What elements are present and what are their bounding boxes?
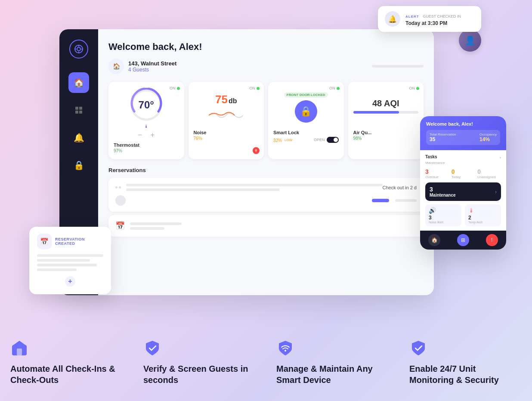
nav-alert[interactable]: ! [486,234,498,246]
tasks-arrow: › [500,156,501,160]
noise-label: Noise [194,130,259,135]
address-info: 143, Walnut Street 4 Guests [128,60,368,73]
reservation-popup-lines [37,254,103,271]
device-controls[interactable]: − + [138,131,155,139]
today-label: Today [452,175,475,179]
noise-percent: 76% [194,136,259,141]
lock-open-label: OPEN [314,138,325,142]
alert-content: ALERT GUEST CHECKED IN Today at 3:30 PM [405,12,461,26]
nav-home[interactable]: 🏠 [428,234,440,246]
res-action-line [395,199,417,202]
smart-lock-card: ON FRONT DOOR LOCKED 🔒 Smart Lock 32% LO… [268,82,344,159]
address-bar: 🏠 143, Walnut Street 4 Guests [108,59,424,74]
shield-check-icon [144,340,161,356]
calendar-icon: 📅 [115,221,125,231]
thermostat-label: Thermostat [114,142,179,148]
sidebar-item-grid[interactable] [68,100,89,120]
popup-line [37,254,103,257]
svg-rect-9 [79,111,82,114]
svg-rect-6 [75,107,78,110]
shield-check2-icon [410,340,427,356]
svg-point-1 [77,47,80,51]
thermostat-status: ON [170,86,180,90]
alert-label: ALERT [405,15,419,19]
air-quality-status: ON [409,86,420,90]
temp-value: 70° [139,99,154,111]
smart-device-icon-wrap [276,339,294,357]
reservation-row: Check out in 2 d [115,184,417,191]
air-quality-main: 48 AQI [353,88,419,126]
smart-lock-status: ON [329,86,340,90]
lock-low-label: LOW [285,138,292,142]
noise-main: 75 db [194,88,259,126]
toggle-knob [334,138,338,142]
sidebar-item-lock[interactable]: 🔒 [68,155,89,176]
main-content: Welcome back, Alex! 🏠 143, Walnut Street… [98,29,434,295]
app-header-title: Welcome back, Alex! [426,121,500,126]
reservation-popup-icon: 📅 [37,234,52,249]
nav-grid[interactable]: ⊞ [457,234,469,246]
smart-lock-main: FRONT DOOR LOCKED 🔒 [273,88,339,126]
res-line [130,222,182,225]
svg-rect-8 [75,111,78,114]
temp-decrease[interactable]: − [138,131,142,139]
sidebar-item-notifications[interactable]: 🔔 [68,127,89,148]
reservation-popup-add: + [37,276,103,287]
mobile-app-card: Welcome back, Alex! Total Reservation 35… [420,116,506,250]
res-avatar-row [115,195,417,206]
bottom-features: Automate All Check-Ins & Check-Outs Veri… [0,339,532,386]
noise-alert-num: 3 [429,215,458,221]
res-blue-btn[interactable] [372,199,389,202]
noise-value-display: 75 db [215,93,237,106]
app-body: Tasks › Maintenance 3 Overdue 0 Today 0 … [420,150,506,231]
res-dot [115,186,118,188]
add-button[interactable]: + [65,276,75,287]
app-occ-value: 14% [479,136,497,142]
status-dot [337,87,340,90]
feature-verify-title: Verify & Screen Guests in seconds [143,363,256,386]
res-line [130,227,164,230]
app-header: Welcome back, Alex! Total Reservation 35… [420,116,506,150]
lock-circle: 🔒 [295,100,317,123]
res-dots [115,186,121,188]
address-bar-line [372,65,424,68]
aqi-bar [353,111,399,114]
checkout-label: Check out in 2 d [383,185,417,190]
checkins-icon-wrap [10,339,28,357]
res-dot [119,186,121,188]
today-col: 0 Today [452,168,475,179]
reservation-popup: 📅 RESERVATION CREATED + [29,227,111,294]
today-value: 0 [452,168,475,175]
feature-smart-device: Manage & Maintain Any Smart Device [266,339,399,386]
toggle-switch[interactable] [327,137,339,143]
reservations-title: Rerservations [108,167,424,173]
air-quality-percent: 98% [353,136,419,141]
noise-status: ON [250,86,260,90]
res-avatar [115,195,126,206]
thermostat-card: ON [108,82,184,159]
verify-icon-wrap [143,339,161,357]
res-line-short [126,188,280,191]
overdue-label: Overdue [425,175,449,179]
noise-alert-item: 🔊 3 Noise Alert [425,204,461,226]
temp-increase[interactable]: + [151,131,155,139]
welcome-title: Welcome back, Alex! [108,41,424,52]
smart-lock-label: Smart Lock [273,130,339,135]
popup-line [37,268,77,271]
temp-alert-num: 2 [468,215,498,221]
feature-checkins: Automate All Check-Ins & Check-Outs [0,339,133,386]
monitoring-icon-wrap [409,339,427,357]
lock-status-row: 32% LOW OPEN [273,137,339,143]
sidebar-item-home[interactable]: 🏠 [68,72,89,93]
svg-marker-12 [12,341,27,346]
app-occ-col: Occupancy 14% [479,133,497,142]
svg-point-14 [285,350,286,352]
app-reservation-info: Total Reservation 35 Occupancy 14% [426,130,500,145]
status-dot [416,87,419,90]
alert-sub-label: GUEST CHECKED IN [423,14,461,19]
aqi-value: 48 AQI [372,99,399,108]
reservation-popup-badge: RESERVATION CREATED [55,237,103,246]
feature-checkins-title: Automate All Check-Ins & Check-Outs [10,363,123,386]
temp-alert-label: Temp Alert [468,221,498,224]
app-bottom-nav: 🏠 ⊞ ! [420,231,506,250]
